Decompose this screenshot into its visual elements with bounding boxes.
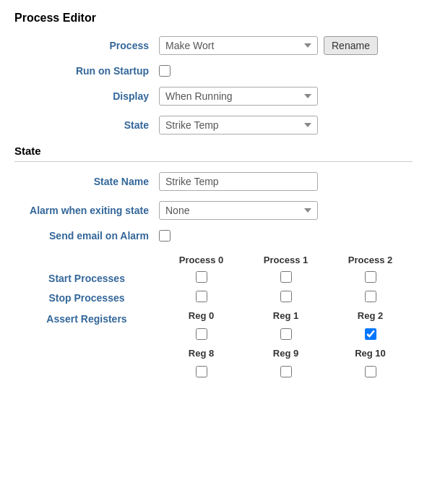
reg1-label: Reg 1 (249, 310, 322, 321)
state-label: State (14, 119, 159, 131)
rename-button[interactable]: Rename (324, 36, 378, 55)
reg0-label: Reg 0 (165, 310, 238, 321)
run-on-startup-checkbox[interactable] (159, 65, 171, 77)
stop-process-2-checkbox[interactable] (365, 291, 376, 302)
alarm-select[interactable]: None Alarm 1 Alarm 2 (159, 201, 318, 220)
reg2-label: Reg 2 (334, 310, 407, 321)
alarm-row: Alarm when exiting state None Alarm 1 Al… (14, 201, 413, 220)
page-title: Process Editor (14, 12, 413, 25)
reg10-label: Reg 10 (334, 348, 407, 359)
reg2-checkbox[interactable] (365, 328, 376, 340)
process-row: Process Make Wort Process 1 Process 2 Re… (14, 36, 413, 55)
process-grid: Process 0 Process 1 Process 2 Start Proc… (14, 252, 413, 383)
state-row: State Strike Temp Mash Boil (14, 116, 413, 134)
stop-processes-label: Stop Processes (14, 288, 159, 307)
start-process-2-checkbox[interactable] (365, 271, 376, 283)
reg9-checkbox[interactable] (280, 366, 292, 377)
reg9-label: Reg 9 (249, 348, 322, 359)
run-on-startup-row: Run on Startup (14, 65, 413, 77)
col-process0: Process 0 (159, 252, 243, 268)
stop-process-0-checkbox[interactable] (196, 291, 207, 302)
display-row: Display When Running Always Never (14, 87, 413, 106)
reg8-checkbox[interactable] (196, 366, 207, 377)
display-label: Display (14, 90, 159, 102)
reg8-label: Reg 8 (165, 348, 238, 359)
reg1-checkbox[interactable] (280, 328, 292, 340)
state-section-title: State (14, 145, 413, 162)
stop-processes-row: Stop Processes (14, 288, 413, 307)
reg0-checkbox[interactable] (196, 328, 207, 340)
alarm-label: Alarm when exiting state (14, 205, 159, 216)
col-process2: Process 2 (328, 252, 413, 268)
reg10-checkbox[interactable] (365, 366, 376, 377)
display-select[interactable]: When Running Always Never (159, 87, 318, 106)
send-email-row: Send email on Alarm (14, 230, 413, 242)
col-process1: Process 1 (243, 252, 328, 268)
start-processes-row: Start Processes (14, 268, 413, 288)
stop-process-1-checkbox[interactable] (280, 291, 292, 302)
assert-registers-label: Assert Registers (14, 307, 159, 383)
send-email-label: Send email on Alarm (14, 230, 159, 242)
state-name-row: State Name (14, 172, 413, 191)
process-select-wrap: Make Wort Process 1 Process 2 Rename (159, 36, 378, 55)
start-process-1-checkbox[interactable] (280, 271, 292, 283)
start-processes-label: Start Processes (14, 268, 159, 288)
send-email-checkbox[interactable] (159, 230, 171, 242)
process-label: Process (14, 40, 159, 51)
start-process-0-checkbox[interactable] (196, 271, 207, 283)
state-name-label: State Name (14, 176, 159, 187)
state-select[interactable]: Strike Temp Mash Boil (159, 116, 318, 134)
state-name-input[interactable] (159, 172, 318, 191)
run-on-startup-label: Run on Startup (14, 65, 159, 77)
assert-registers-label-row: Assert Registers Reg 0 Reg 1 Reg 2 (14, 307, 413, 325)
process-select[interactable]: Make Wort Process 1 Process 2 (159, 36, 318, 55)
